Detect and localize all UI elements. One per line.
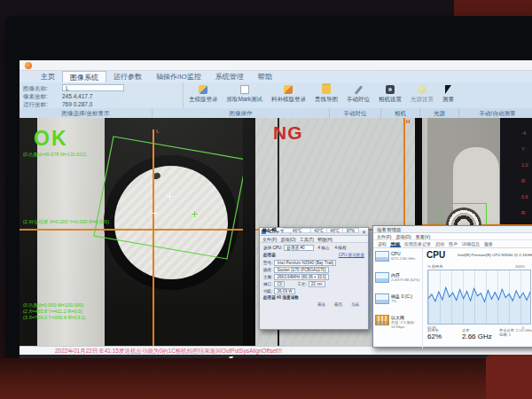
cpu-name: Intel(R) Pentium(R) CPU N3540 @ 2.16GHz [458, 253, 532, 257]
driver-update-link[interactable]: CPU 驱动更新 [339, 253, 364, 257]
task-manager-menu-bar: 文件(F)选项(O)查看(V) [373, 233, 532, 240]
task-manager-window: 任务管理器 文件(F)选项(O)查看(V) 进程性能应用历史记录启动用户详细信息… [372, 225, 532, 348]
image-info-panel: 图像名称:L 像素坐标:245.4,417.7 运行坐标:769 0.287,0 [20, 82, 184, 108]
power-value: 26.09 W [274, 288, 294, 294]
tab-image-system[interactable]: 图像系统 [62, 71, 106, 82]
result-ng: NG [273, 123, 303, 142]
sockets-value: 1 [509, 332, 511, 337]
measure-button[interactable]: 测量 [439, 83, 458, 107]
cpu-heading: CPU [426, 250, 445, 260]
sidebar-item-detail: 62% 2.66 GHz [391, 256, 415, 261]
menu-item[interactable]: 帮助(H) [317, 236, 332, 242]
graph-max-label: 100% [515, 264, 525, 269]
model-label: 型号: [263, 261, 272, 265]
sidebar-item-detail: 发送: 2.5 接收: 14 Kbps [391, 320, 420, 329]
run-coord-value: 769 0.287,0 [62, 100, 92, 108]
core-temp-menu-bar: 文件(F)选项(O)工具(T)帮助(H) [260, 236, 368, 243]
ribbon-buttons: 主模版登录 抓取Mark测试 料补模版登录 贵线导图 手动对位 相机设置 光源设… [184, 82, 459, 108]
task-manager-tab[interactable]: 进程 [377, 240, 387, 247]
speed-value: 2.66 GHz [462, 332, 492, 340]
mini-graph-icon [375, 293, 389, 304]
cpu-select[interactable]: 处理器 #0 [284, 245, 314, 251]
ribbon-group-labels: 图像选择/坐标显示 图像操作 手动对位 相机 光源 手动/自动测量 [20, 108, 532, 118]
menu-item[interactable]: 查看(V) [416, 233, 431, 239]
task-manager-tab[interactable]: 用户 [448, 240, 458, 247]
group-measure: 手动/自动测量 [459, 108, 532, 118]
result-annotation-line: (0.匹配d=0.000 M=100.000) [23, 302, 85, 309]
menu-item[interactable]: 文件(F) [262, 236, 277, 242]
mini-graph-icon [375, 272, 389, 283]
wire-guide-button[interactable]: 贵线导图 [311, 83, 341, 107]
axis-label-left: L [156, 129, 160, 134]
processor-section-label: 处理器 [263, 253, 276, 257]
menu-item[interactable]: 选项(O) [280, 236, 295, 242]
socket-value: Socket 1170 (FCBGA1170) [274, 267, 328, 273]
menu-item[interactable]: 工具(T) [300, 236, 314, 242]
sidebar-item[interactable]: 磁盘 0 (C:) 7% [373, 293, 422, 314]
center-cross [167, 193, 173, 200]
core-current: 46°C [283, 228, 311, 233]
temp-section-label: 处理器 #0 温度读数 [263, 295, 299, 300]
revision-label: 修订: [263, 282, 272, 286]
process-value: 22 nm [309, 281, 325, 287]
freq-value: 2663.64MHz (80.36 x 33.0) [274, 274, 329, 280]
main-template-login-button[interactable]: 主模版登录 [185, 83, 222, 107]
readout-value: Y: [521, 145, 528, 153]
readout-value: -4. [521, 129, 528, 137]
group-camera: 相机 [381, 108, 420, 118]
threads-count: 4 线程 [334, 246, 346, 250]
template2-icon [284, 85, 293, 94]
col-max: 最高 [330, 302, 347, 307]
light-settings-button[interactable]: 光源设置 [407, 83, 437, 107]
sidebar-item-detail: 7% [391, 299, 412, 303]
group-image-select[interactable]: 图像选择/坐标显示 [20, 108, 153, 118]
desk-surface [0, 358, 532, 399]
manual-align-button[interactable]: 手动对位 [343, 83, 373, 107]
camera-view-left: L OK (0.匹配d=45.678 M=131.632) (2.对位结果 X=… [20, 118, 243, 346]
tab-run-params[interactable]: 运行参数 [106, 71, 149, 82]
cpu-utilization-graph [427, 270, 531, 325]
measure-icon [443, 85, 452, 94]
task-manager-tab[interactable]: 性能 [390, 240, 401, 247]
result-annotations: (0.匹配d=0.000 M=100.000)(2.X=465.8 Y=411.… [23, 302, 85, 321]
run-coord-label: 运行坐标: [23, 100, 62, 108]
crosshair-vertical [153, 129, 154, 346]
mini-graph-icon [375, 251, 389, 262]
sockets-label: 插槽: [499, 332, 508, 337]
readout-value: 0.6 [521, 193, 528, 200]
core-temp-row: 核心 #3 46°C 40°C 46°C 87% [263, 228, 364, 233]
camera-settings-button[interactable]: 相机设置 [375, 83, 405, 107]
col-load: 负载 [347, 302, 364, 307]
core-min: 40°C [310, 228, 327, 233]
core-temp-window: Core Temp 1.15 ✕ 文件(F)选项(O)工具(T)帮助(H) 选择… [259, 227, 369, 330]
base-speed-value: 2.16 GHz [516, 328, 532, 332]
grab-mark-test-button[interactable]: 抓取Mark测试 [223, 83, 266, 107]
power-label: 功耗: [263, 289, 272, 293]
socket-label: 插座: [263, 268, 272, 272]
tab-help[interactable]: 帮助 [251, 71, 279, 82]
sidebar-item[interactable]: CPU 62% 2.66 GHz [373, 250, 422, 271]
result-annotation-line: (3.X=726.0 Y=330.6 R=13.1) [23, 315, 85, 321]
menu-item[interactable]: 选项(O) [395, 233, 411, 239]
task-manager-title-bar[interactable]: 任务管理器 [373, 226, 532, 233]
sidebar-item[interactable]: 以太网 发送: 2.5 接收: 14 Kbps [373, 314, 422, 335]
task-manager-tab[interactable]: 详细信息 [461, 240, 481, 247]
tab-system-mgmt[interactable]: 系统管理 [208, 71, 251, 82]
crosshair-horizontal [20, 229, 243, 231]
model-value: Intel Pentium N3540 (Bay Trail) [274, 260, 336, 266]
readout-value: R: [521, 209, 528, 216]
task-manager-tab[interactable]: 应用历史记录 [403, 240, 432, 247]
col-min: 最低 [313, 302, 330, 307]
task-manager-tab[interactable]: 启动 [434, 240, 445, 247]
refill-template-login-button[interactable]: 料补模版登录 [268, 83, 309, 107]
image-name-select[interactable]: L [62, 84, 124, 91]
task-manager-tab[interactable]: 服务 [483, 240, 494, 247]
cpu-graph-svg [428, 270, 530, 324]
result-annotation-line: (2.X=465.8 Y=411.2 R=0.0) [23, 309, 85, 315]
tab-axis-io[interactable]: 轴操作/IO监控 [149, 71, 208, 82]
menu-item[interactable]: 文件(F) [377, 233, 391, 239]
sidebar-item[interactable]: 内存 2.4/3.9 GB (62%) [373, 271, 422, 293]
utilization-value: 62% [427, 332, 442, 340]
result-ok: OK [34, 129, 68, 149]
tab-home[interactable]: 主页 [34, 71, 62, 82]
